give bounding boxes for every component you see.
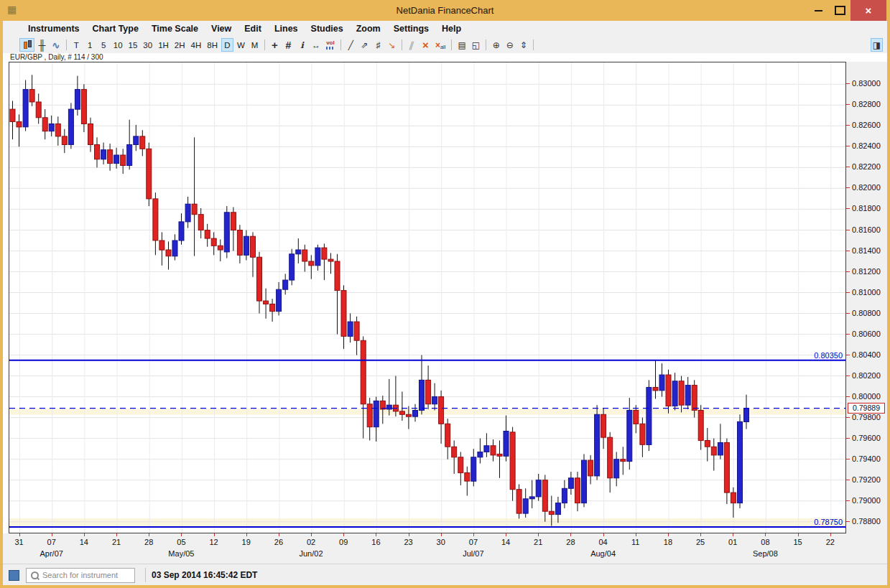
price-tick-label: 0.80200 (852, 371, 881, 380)
price-tick-label: 0.81200 (852, 267, 881, 276)
date-tick (116, 533, 117, 536)
trendline-ray-button[interactable]: ⇗ (358, 38, 371, 52)
date-tick (52, 533, 52, 536)
print-button-icon: ▤ (458, 40, 465, 50)
timeframe-8h-button[interactable]: 8H (205, 38, 220, 52)
price-tick-label: 0.81000 (852, 288, 881, 297)
price-tick-label: 0.80600 (852, 330, 881, 338)
date-tick (603, 533, 604, 536)
crosshair-button[interactable]: + (269, 38, 281, 52)
title-bar[interactable]: ▦ NetDania FinanceChart × (0, 0, 890, 21)
instrument-search-input[interactable] (42, 571, 144, 579)
date-tick-label: 14 (80, 538, 88, 546)
month-label: Sep/08 (753, 549, 778, 558)
chart-type-line-button[interactable]: ∿ (50, 38, 62, 52)
scroll-horizontal-button[interactable]: ↔ (310, 38, 323, 52)
volume-button[interactable]: vol (324, 38, 337, 52)
price-tick-label: 0.82600 (852, 121, 881, 129)
date-tick-label: 11 (631, 538, 639, 546)
menu-edit[interactable]: Edit (238, 24, 268, 34)
minimize-button[interactable] (807, 0, 829, 21)
timeframe-4h-button[interactable]: 4H (189, 38, 204, 52)
menu-time-scale[interactable]: Time Scale (145, 24, 205, 34)
scroll-horizontal-button-icon: ↔ (312, 40, 320, 50)
timeframe-weekly-button[interactable]: W (235, 38, 247, 52)
maximize-button[interactable] (829, 0, 850, 21)
date-tick (733, 533, 733, 536)
month-label: Jun/02 (299, 549, 323, 558)
price-axis[interactable]: 0.830000.828000.826000.824000.822000.820… (846, 62, 887, 533)
price-tick (846, 292, 850, 293)
crosshair-button-icon: + (272, 39, 278, 51)
menu-studies[interactable]: Studies (305, 24, 350, 34)
timeframe-1h-button-label: 1H (158, 41, 169, 50)
timeframe-15-button[interactable]: 15 (126, 38, 140, 52)
price-tick (846, 355, 850, 355)
date-tick-label: 15 (793, 538, 802, 546)
timeframe-tick-button[interactable]: T (70, 38, 83, 52)
date-tick-label: 25 (696, 538, 705, 546)
month-label: May/05 (168, 549, 194, 558)
instrument-row: EUR/GBP , Daily, # 114 / 300 (3, 53, 887, 62)
menu-chart-type[interactable]: Chart Type (86, 24, 145, 34)
parallel-channel-button[interactable]: ♯ (372, 38, 384, 52)
print-button[interactable]: ▤ (455, 38, 468, 52)
price-chart-canvas (9, 62, 845, 533)
app-icon: ▦ (7, 4, 17, 14)
date-tick (149, 533, 149, 536)
date-tick (279, 533, 279, 536)
price-tick-label: 0.79800 (852, 413, 881, 421)
server-timestamp: 03 Sep 2014 16:45:42 EDT (152, 570, 257, 580)
timeframe-daily-button[interactable]: D (221, 38, 233, 52)
zoom-in-button-icon: ⊕ (493, 40, 500, 50)
grid-button[interactable]: # (282, 38, 295, 52)
chart-type-candlestick-button[interactable] (19, 38, 34, 52)
zoom-out-button[interactable]: ⊖ (504, 38, 516, 52)
month-label: Aug/04 (590, 549, 616, 558)
grid-button-icon: # (286, 39, 292, 51)
menu-view[interactable]: View (205, 24, 238, 34)
timeframe-5-button[interactable]: 5 (98, 38, 110, 52)
menu-zoom[interactable]: Zoom (350, 24, 387, 34)
trendline-button[interactable]: ╱ (345, 38, 357, 52)
date-tick (830, 533, 831, 536)
date-tick-label: 28 (566, 538, 575, 546)
angle-line-button[interactable]: ∥ (406, 38, 418, 52)
time-axis[interactable]: 3107142128051219260209162330071421280411… (3, 533, 887, 564)
delete-line-button[interactable]: × (419, 38, 432, 52)
menu-instruments[interactable]: Instruments (22, 24, 86, 34)
print-preview-button[interactable]: ◱ (470, 38, 482, 52)
timeframe-1h-button[interactable]: 1H (156, 38, 171, 52)
timeframe-30-button[interactable]: 30 (141, 38, 154, 52)
menu-lines[interactable]: Lines (268, 24, 305, 34)
timeframe-1-button[interactable]: 1 (84, 38, 96, 52)
info-button[interactable]: i (296, 38, 308, 52)
date-tick-label: 09 (339, 538, 348, 546)
timeframe-daily-button-label: D (224, 41, 230, 50)
date-tick (798, 533, 799, 536)
panel-toggle-button[interactable]: ◨ (871, 38, 883, 52)
timeframe-monthly-button[interactable]: M (249, 38, 261, 52)
price-tick (846, 187, 850, 188)
timeframe-tick-button-label: T (74, 41, 79, 50)
toolbar-separator (66, 39, 67, 50)
date-tick-label: 30 (437, 538, 445, 546)
close-button[interactable]: × (850, 0, 886, 21)
chart-type-bar-button[interactable]: ╫ (36, 38, 48, 52)
delete-all-lines-button[interactable]: ×all (433, 38, 448, 52)
month-label: Jul/07 (463, 549, 483, 558)
chart-plot-area[interactable]: 0.803500.78750 (9, 62, 846, 533)
toolbar-separator (402, 39, 402, 50)
date-tick (311, 533, 312, 536)
menu-help[interactable]: Help (435, 24, 468, 34)
arrow-annotation-button[interactable]: ↘ (386, 38, 398, 52)
price-tick (846, 83, 850, 84)
status-bar: 03 Sep 2014 16:45:42 EDT (3, 564, 887, 585)
fit-vertical-button[interactable]: ⇕ (517, 38, 529, 52)
timeframe-10-button[interactable]: 10 (111, 38, 125, 52)
menu-settings[interactable]: Settings (387, 24, 435, 34)
instrument-search-box[interactable] (26, 568, 135, 583)
timeframe-2h-button[interactable]: 2H (172, 38, 187, 52)
close-icon: × (866, 4, 872, 17)
zoom-in-button[interactable]: ⊕ (490, 38, 502, 52)
